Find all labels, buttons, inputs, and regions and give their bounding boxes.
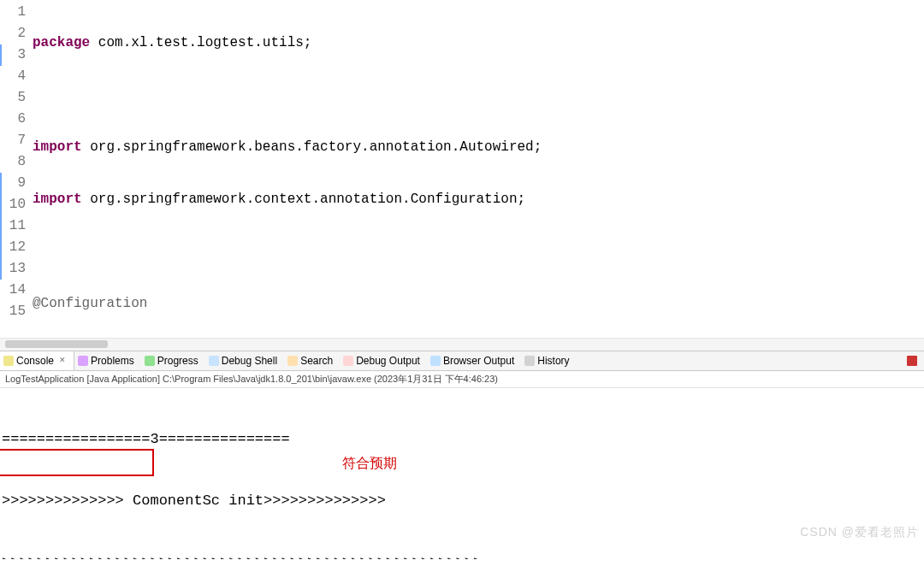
tab-label: Debug Shell (222, 351, 277, 370)
line-number: 5 (0, 87, 29, 109)
line-number: 9 (0, 173, 29, 194)
line-number-gutter: 1 2 3 4 5 6 7 8 9 10 11 12 13 14 15 (0, 0, 33, 338)
console-line: =================3=============== (2, 429, 924, 450)
tab-browser-output[interactable]: Browser Output (427, 351, 521, 370)
tab-label: Console (16, 351, 54, 370)
console-icon (3, 356, 14, 366)
code-editor[interactable]: 1 2 3 4 5 6 7 8 9 10 11 12 13 14 15 pack… (0, 0, 924, 338)
launch-description: LogTestApplication [Java Application] C:… (0, 371, 924, 388)
line-number: 15 (0, 301, 29, 322)
browser-output-icon (430, 356, 441, 366)
tab-debug-output[interactable]: Debug Output (340, 351, 427, 370)
scrollbar-thumb[interactable] (5, 340, 108, 348)
line-number: 14 (0, 280, 29, 301)
tab-label: History (537, 351, 569, 370)
line-number: 11 (0, 215, 29, 237)
line-number: 8 (0, 151, 29, 173)
console-line: >>>>>>>>>>>>>> ComonentSc init>>>>>>>>>>… (2, 491, 924, 511)
highlight-box (0, 449, 154, 476)
line-number: 4 (0, 66, 29, 87)
tab-label: Problems (91, 351, 134, 370)
line-number: 12 (0, 237, 29, 258)
tab-debug-shell[interactable]: Debug Shell (205, 351, 284, 370)
problems-icon (78, 356, 88, 366)
tab-console[interactable]: Console ✕ (0, 351, 74, 370)
tab-label: Browser Output (443, 351, 514, 370)
terminate-button[interactable] (907, 356, 917, 366)
console-line: >>>>>>>>>>>>>>>>>>>>>>>>>>>>>>>>>>>>>>>>… (2, 552, 924, 559)
line-number: 2 (0, 23, 29, 44)
annotation-label: 符合预期 (342, 453, 397, 474)
debug-output-icon (343, 356, 353, 366)
tab-history[interactable]: History (521, 351, 576, 370)
editor-horizontal-scrollbar[interactable] (0, 338, 924, 351)
close-icon[interactable]: ✕ (58, 357, 67, 365)
tab-label: Search (300, 351, 333, 370)
progress-icon (145, 356, 155, 366)
views-tab-bar: Console ✕ Problems Progress Debug Shell … (0, 351, 924, 371)
line-number: 7 (0, 130, 29, 151)
console-output[interactable]: =================3=============== >>>>>>… (0, 388, 924, 559)
history-icon (524, 356, 535, 366)
tab-label: Progress (157, 351, 198, 370)
code-content[interactable]: package com.xl.test.logtest.utils; impor… (33, 0, 924, 338)
tab-label: Debug Output (356, 351, 420, 370)
search-icon (287, 356, 298, 366)
tab-search[interactable]: Search (284, 351, 340, 370)
line-number: 13 (0, 258, 29, 280)
debug-shell-icon (209, 356, 219, 366)
line-number: 3 (0, 44, 29, 66)
line-number: 6 (0, 109, 29, 130)
tab-problems[interactable]: Problems (74, 351, 141, 370)
tab-progress[interactable]: Progress (141, 351, 205, 370)
line-number: 10 (0, 194, 29, 215)
line-number: 1 (0, 2, 29, 23)
watermark-text: CSDN @爱看老照片 (800, 522, 919, 542)
